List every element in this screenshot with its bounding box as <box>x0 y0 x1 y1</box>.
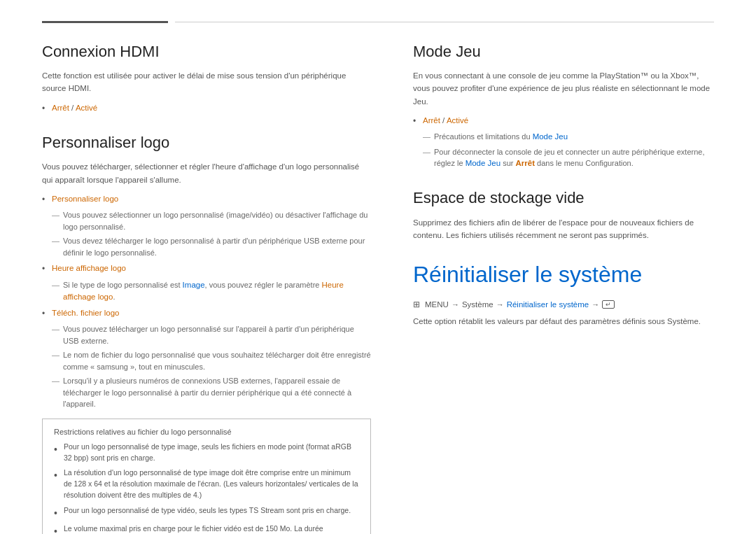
mode-jeu-link: Mode Jeu <box>533 132 568 141</box>
sub-dash-1: — <box>52 211 63 219</box>
sub-dash-4: — <box>52 325 63 333</box>
dark-rule <box>42 21 168 23</box>
reinitialiser-section: Réinitialiser le système ⊞ MENU → Systèm… <box>413 261 714 328</box>
active-link: Activé <box>76 104 97 112</box>
sub-item-5: — Le nom de fichier du logo personnalisé… <box>52 349 371 372</box>
sub-text-3: Si le type de logo personnalisé est Imag… <box>63 279 371 304</box>
connexion-hdmi-title: Connexion HDMI <box>42 43 371 61</box>
mj-sub-item-2: — Pour déconnecter la console de jeu et … <box>423 146 714 170</box>
reinitialiser-body: Cette option rétablit les valeurs par dé… <box>413 315 714 328</box>
right-column: Mode Jeu En vous connectant à une consol… <box>413 43 714 535</box>
slash: / <box>69 104 76 112</box>
espace-stockage-body: Supprimez des fichiers afin de libérer d… <box>413 216 714 242</box>
arrow-1: → <box>451 300 459 309</box>
espace-stockage-title: Espace de stockage vide <box>413 189 714 207</box>
sub-text-4: Vous pouvez télécharger un logo personna… <box>63 323 371 346</box>
image-link: Image <box>183 281 205 289</box>
reinitialiser-link: Réinitialiser le système <box>507 300 589 309</box>
restriction-text-1: Pour un logo personnalisé de type image,… <box>64 442 359 464</box>
restriction-bullet-2: • La résolution d'un logo personnalisé d… <box>54 468 359 500</box>
mode-jeu-link2: Mode Jeu <box>465 159 501 167</box>
mj-arret-link: Arrêt <box>423 116 440 125</box>
sub-text-6: Lorsqu'il y a plusieurs numéros de conne… <box>63 375 371 410</box>
mj-bullet-dot-1: • <box>413 116 423 126</box>
sub3-prefix: Si le type de logo personnalisé est <box>63 281 183 289</box>
arret-bold-link: Arrêt <box>516 159 535 167</box>
arrow-2: → <box>496 300 504 309</box>
left-column: Connexion HDMI Cette fonction est utilis… <box>42 43 371 535</box>
mj-sub2-suffix: dans le menu Configuration. <box>535 159 634 167</box>
bullet-dot: • <box>42 104 52 113</box>
light-rule <box>175 22 714 22</box>
sub-dash-2: — <box>52 237 63 245</box>
sub-text-1: Vous pouvez sélectionner un logo personn… <box>63 209 371 232</box>
sub-item-3: — Si le type de logo personnalisé est Im… <box>52 279 371 304</box>
arret-link: Arrêt <box>52 104 69 112</box>
enter-icon: ↵ <box>602 300 615 309</box>
restrictions-box: Restrictions relatives au fichier du log… <box>42 419 371 534</box>
bullet-dot-2: • <box>42 195 52 204</box>
arrow-3: → <box>592 300 599 309</box>
mj-slash: / <box>440 116 447 125</box>
mode-jeu-body: En vous connectant à une console de jeu … <box>413 69 714 108</box>
restriction-text-2: La résolution d'un logo personnalisé de … <box>64 468 359 500</box>
mj-sub-dash-2: — <box>423 148 434 156</box>
menu-grid-icon: ⊞ <box>413 300 420 309</box>
restriction-bullet-3: • Pour un logo personnalisé de type vidé… <box>54 505 359 519</box>
r-bullet-dot-4: • <box>54 525 64 534</box>
mj-active-link: Activé <box>447 116 468 125</box>
sub3-suffix: . <box>113 293 115 301</box>
r-bullet-dot-1: • <box>54 443 64 456</box>
telech-fichier-link: Téléch. fichier logo <box>52 307 120 319</box>
espace-stockage-section: Espace de stockage vide Supprimez des fi… <box>413 189 714 241</box>
mode-jeu-section: Mode Jeu En vous connectant à une consol… <box>413 43 714 170</box>
r-bullet-dot-2: • <box>54 469 64 482</box>
connexion-hdmi-body: Cette fonction est utilisée pour activer… <box>42 69 371 95</box>
mode-jeu-title: Mode Jeu <box>413 43 714 61</box>
restrictions-title: Restrictions relatives au fichier du log… <box>54 428 359 436</box>
sub-text-2: Vous devez télécharger le logo personnal… <box>63 235 371 258</box>
sub-item-4: — Vous pouvez télécharger un logo person… <box>52 323 371 346</box>
sub-item-6: — Lorsqu'il y a plusieurs numéros de con… <box>52 375 371 410</box>
mj-sub-item-1: — Précautions et limitations du Mode Jeu <box>423 131 714 143</box>
bullet-heure-affichage: • Heure affichage logo <box>42 262 371 274</box>
connexion-hdmi-section: Connexion HDMI Cette fonction est utilis… <box>42 43 371 114</box>
personnaliser-logo-section: Personnaliser logo Vous pouvez télécharg… <box>42 134 371 534</box>
sub-text-5: Le nom de fichier du logo personnalisé q… <box>63 349 371 372</box>
sub3-middle: , vous pouvez régler le paramètre <box>205 281 322 289</box>
heure-affichage-link: Heure affichage logo <box>52 262 126 274</box>
mj-sub-text-2: Pour déconnecter la console de jeu et co… <box>434 146 714 170</box>
system-text: Système <box>462 300 493 309</box>
mj-sub1-prefix: Précautions et limitations du <box>434 132 533 141</box>
restriction-bullet-1: • Pour un logo personnalisé de type imag… <box>54 442 359 464</box>
connexion-hdmi-arret-active: Arrêt / Activé <box>52 102 97 114</box>
bullet-telech-fichier: • Téléch. fichier logo <box>42 307 371 319</box>
top-rules <box>42 21 714 23</box>
mode-jeu-arret-active: Arrêt / Activé <box>423 115 468 127</box>
personnaliser-logo-body: Vous pouvez télécharger, sélectionner et… <box>42 160 371 186</box>
sub-item-2: — Vous devez télécharger le logo personn… <box>52 235 371 258</box>
connexion-hdmi-bullet1: • Arrêt / Activé <box>42 102 371 114</box>
reinitialiser-title: Réinitialiser le système <box>413 261 714 288</box>
menu-label: MENU <box>425 300 449 309</box>
sub-dash-5: — <box>52 351 63 359</box>
bullet-dot-3: • <box>42 264 52 274</box>
personnaliser-logo-link: Personnaliser logo <box>52 193 118 205</box>
bullet-dot-4: • <box>42 309 52 318</box>
restriction-text-3: Pour un logo personnalisé de type vidéo,… <box>64 505 351 517</box>
sub-dash-3: — <box>52 281 63 289</box>
mj-sub-text-1: Précautions et limitations du Mode Jeu <box>434 131 568 143</box>
sub-item-1: — Vous pouvez sélectionner un logo perso… <box>52 209 371 232</box>
restriction-text-4: Le volume maximal pris en charge pour le… <box>64 524 359 534</box>
r-bullet-dot-3: • <box>54 507 64 519</box>
restriction-bullet-4: • Le volume maximal pris en charge pour … <box>54 524 359 534</box>
sub-dash-6: — <box>52 377 63 385</box>
mj-sub-dash-1: — <box>423 132 434 141</box>
mode-jeu-bullet1: • Arrêt / Activé <box>413 115 714 127</box>
bullet-personnaliser-logo: • Personnaliser logo <box>42 193 371 205</box>
mj-sub2-middle: sur <box>500 159 515 167</box>
personnaliser-logo-title: Personnaliser logo <box>42 134 371 152</box>
menu-path: ⊞ MENU → Système → Réinitialiser le syst… <box>413 300 714 309</box>
